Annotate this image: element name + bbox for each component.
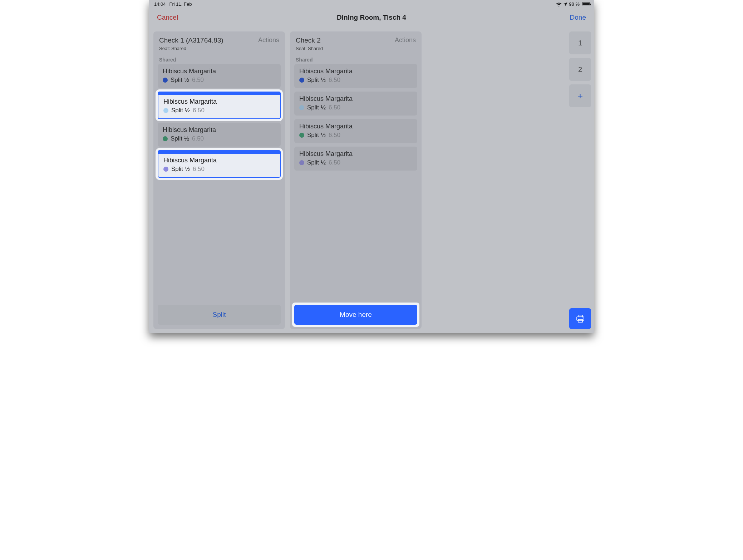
check-title: Check 1 (A31764.83) — [159, 36, 223, 44]
screen: 14:04 Fri 11. Feb 98 % Cancel Dining Roo… — [149, 0, 594, 333]
check-seat: Seat: Shared — [296, 46, 323, 51]
battery-percent: 98 % — [569, 1, 580, 7]
check-header: Check 2 Seat: Shared Actions — [290, 31, 422, 53]
check-header: Check 1 (A31764.83) Seat: Shared Actions — [153, 31, 285, 53]
item-price: 6.50 — [193, 107, 205, 114]
item-price: 6.50 — [329, 159, 340, 166]
order-item[interactable]: Hibiscus Margarita Split ½ 6.50 — [158, 92, 281, 119]
item-price: 6.50 — [193, 166, 205, 173]
battery-icon — [582, 2, 590, 6]
svg-point-3 — [582, 318, 583, 318]
color-dot-icon — [163, 167, 168, 172]
check-selector-1[interactable]: 1 — [569, 31, 591, 54]
item-split: Split ½ — [307, 77, 326, 84]
section-label: Shared — [290, 53, 422, 64]
status-date: Fri 11. Feb — [169, 1, 192, 7]
item-price: 6.50 — [192, 77, 204, 84]
column-footer: Split — [153, 300, 285, 329]
section-label: Shared — [153, 53, 285, 64]
status-bar: 14:04 Fri 11. Feb 98 % — [149, 0, 594, 8]
wifi-icon — [556, 2, 562, 6]
item-price: 6.50 — [192, 135, 204, 142]
order-item[interactable]: Hibiscus Margarita Split ½ 6.50 — [294, 64, 417, 88]
check-selector-2[interactable]: 2 — [569, 58, 591, 81]
order-item[interactable]: Hibiscus Margarita Split ½ 6.50 — [294, 92, 417, 116]
color-dot-icon — [299, 160, 304, 165]
item-split: Split ½ — [171, 107, 190, 114]
item-name: Hibiscus Margarita — [163, 68, 276, 75]
color-dot-icon — [299, 105, 304, 110]
order-item[interactable]: Hibiscus Margarita Split ½ 6.50 — [158, 64, 281, 88]
item-split: Split ½ — [307, 104, 326, 111]
cancel-button[interactable]: Cancel — [157, 14, 178, 21]
check-actions-button[interactable]: Actions — [395, 36, 416, 44]
color-dot-icon — [163, 78, 168, 83]
check-title: Check 2 — [296, 36, 323, 44]
item-split: Split ½ — [307, 132, 326, 139]
item-name: Hibiscus Margarita — [163, 157, 275, 164]
status-time: 14:04 — [154, 1, 166, 7]
color-dot-icon — [163, 108, 168, 113]
highlight-wrap: Move here — [292, 303, 419, 327]
item-name: Hibiscus Margarita — [299, 123, 412, 130]
item-price: 6.50 — [329, 77, 340, 84]
add-check-button[interactable]: + — [569, 84, 591, 107]
split-button[interactable]: Split — [158, 305, 281, 325]
check-actions-button[interactable]: Actions — [258, 36, 279, 44]
item-name: Hibiscus Margarita — [163, 126, 276, 134]
item-split: Split ½ — [171, 135, 189, 142]
item-name: Hibiscus Margarita — [163, 98, 275, 105]
print-button[interactable] — [569, 308, 591, 329]
order-item[interactable]: Hibiscus Margarita Split ½ 6.50 — [294, 147, 417, 171]
move-here-button[interactable]: Move here — [294, 305, 417, 325]
order-item[interactable]: Hibiscus Margarita Split ½ 6.50 — [158, 150, 281, 178]
sidebar: 12+ — [566, 27, 594, 333]
page-title: Dining Room, Tisch 4 — [149, 14, 594, 21]
done-button[interactable]: Done — [570, 14, 586, 21]
column-footer: Move here — [290, 300, 422, 329]
item-name: Hibiscus Margarita — [299, 68, 412, 75]
svg-rect-2 — [578, 319, 582, 322]
check-seat: Seat: Shared — [159, 46, 223, 51]
check-column: Check 2 Seat: Shared Actions Shared Hibi… — [290, 31, 422, 329]
color-dot-icon — [163, 136, 168, 141]
items-list: Hibiscus Margarita Split ½ 6.50 Hibiscus… — [290, 64, 422, 171]
svg-rect-1 — [577, 317, 584, 320]
item-price: 6.50 — [329, 132, 340, 139]
item-name: Hibiscus Margarita — [299, 95, 412, 103]
printer-icon — [576, 315, 585, 323]
item-name: Hibiscus Margarita — [299, 150, 412, 158]
item-split: Split ½ — [307, 159, 326, 166]
item-price: 6.50 — [329, 104, 340, 111]
color-dot-icon — [299, 78, 304, 83]
nav-bar: Cancel Dining Room, Tisch 4 Done — [149, 8, 594, 27]
color-dot-icon — [299, 133, 304, 138]
check-column: Check 1 (A31764.83) Seat: Shared Actions… — [153, 31, 285, 329]
main-area: Check 1 (A31764.83) Seat: Shared Actions… — [149, 27, 594, 333]
order-item[interactable]: Hibiscus Margarita Split ½ 6.50 — [294, 119, 417, 143]
order-item[interactable]: Hibiscus Margarita Split ½ 6.50 — [158, 123, 281, 147]
item-split: Split ½ — [171, 77, 189, 84]
checks-container: Check 1 (A31764.83) Seat: Shared Actions… — [149, 27, 566, 333]
location-icon — [563, 2, 567, 6]
items-list: Hibiscus Margarita Split ½ 6.50 Hibiscus… — [153, 64, 285, 178]
item-split: Split ½ — [171, 166, 190, 173]
